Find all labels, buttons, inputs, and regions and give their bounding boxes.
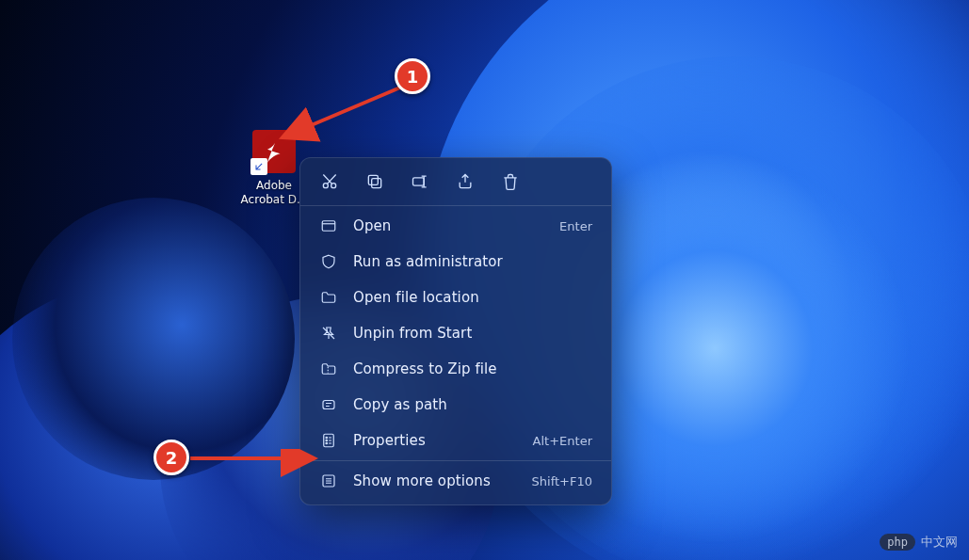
open-icon [319,216,338,235]
watermark-text: 中文网 [921,534,958,551]
menu-item-open-file-location[interactable]: Open file location [300,280,611,315]
desktop[interactable]: Adobe Acrobat D... [0,0,969,560]
menu-item-label: Show more options [353,472,517,489]
watermark: php 中文网 [880,534,958,551]
menu-item-label: Unpin from Start [353,325,592,342]
svg-point-0 [323,184,328,188]
menu-item-accel: Shift+F10 [532,474,592,488]
app-tile [252,130,296,173]
svg-rect-4 [413,178,425,185]
menu-item-properties[interactable]: Properties Alt+Enter [300,423,611,458]
watermark-brand: php [880,534,915,551]
annotation-number: 1 [407,67,419,87]
menu-item-label: Copy as path [353,396,592,413]
annotation-badge-2: 2 [153,440,189,475]
svg-point-9 [326,440,328,441]
delete-icon[interactable] [500,171,521,192]
menu-item-copy-as-path[interactable]: Copy as path [300,387,611,423]
properties-icon [319,431,338,450]
separator [300,205,611,206]
rename-icon[interactable] [410,171,430,192]
shield-icon [319,252,338,271]
copy-path-icon [319,395,338,414]
menu-item-open[interactable]: Open Enter [300,208,611,244]
svg-point-1 [331,184,336,188]
svg-rect-2 [372,179,381,188]
svg-line-12 [289,88,400,135]
svg-rect-3 [368,175,378,184]
annotation-badge-1: 1 [395,58,430,94]
menu-item-unpin-from-start[interactable]: Unpin from Start [300,315,611,351]
svg-rect-6 [323,401,334,409]
unpin-icon [319,324,338,343]
menu-item-label: Properties [353,432,518,449]
menu-item-label: Open [353,217,544,234]
svg-point-10 [326,442,328,444]
svg-point-8 [326,437,328,439]
context-menu: Open Enter Run as administrator Open fil… [299,157,612,505]
svg-rect-5 [322,221,335,232]
menu-item-run-as-admin[interactable]: Run as administrator [300,244,611,280]
menu-item-label: Compress to Zip file [353,360,592,377]
menu-item-label: Run as administrator [353,253,592,270]
share-icon[interactable] [455,171,476,192]
cut-icon[interactable] [319,171,340,192]
separator [300,460,611,461]
context-menu-command-bar [300,158,611,203]
menu-item-accel: Alt+Enter [533,434,592,448]
more-options-icon [319,472,338,490]
shortcut-arrow-icon [250,158,267,175]
menu-item-show-more-options[interactable]: Show more options Shift+F10 [300,463,611,499]
menu-item-compress-zip[interactable]: Compress to Zip file [300,351,611,387]
wallpaper-shape [12,198,295,480]
folder-icon [319,288,338,307]
zip-icon [319,360,338,378]
copy-icon[interactable] [364,171,385,192]
menu-item-label: Open file location [353,289,592,306]
annotation-number: 2 [166,448,178,468]
menu-item-accel: Enter [559,219,592,233]
